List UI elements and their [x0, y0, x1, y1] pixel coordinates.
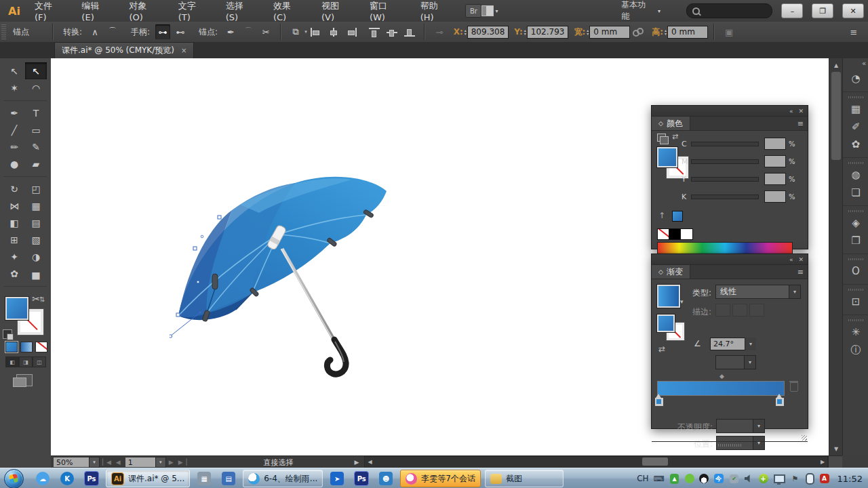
artboards-icon[interactable]: ❐ — [843, 232, 868, 249]
width-field[interactable]: 0 mm — [589, 26, 630, 39]
black-value-field[interactable] — [764, 190, 786, 203]
black-slider[interactable] — [691, 195, 759, 199]
paint-none-button[interactable] — [35, 342, 47, 352]
tool-rotate[interactable]: ↻ — [3, 180, 25, 197]
default-fill-stroke-icon[interactable] — [3, 329, 12, 339]
gradient-stop-start[interactable] — [654, 397, 664, 407]
usb-icon[interactable]: ▲ — [669, 473, 680, 484]
draw-inside-button[interactable]: ◫ — [33, 357, 46, 367]
language-indicator[interactable]: CH — [637, 474, 648, 483]
input-device-icon[interactable] — [806, 473, 814, 485]
usb-safely-remove-icon[interactable]: ✔ — [729, 473, 740, 484]
transparency-icon[interactable]: ◍ — [843, 166, 868, 184]
prev-page-icon[interactable]: ◀ — [116, 459, 120, 466]
toutiao-icon[interactable]: 今 — [713, 473, 724, 484]
thunder-icon[interactable]: ➤ — [328, 470, 346, 487]
restore-button[interactable]: ❐ — [812, 3, 833, 18]
tool-paintbrush[interactable]: ✏ — [3, 138, 25, 155]
hide-handles-button[interactable]: ⊷ — [173, 24, 188, 39]
menu-window[interactable]: 窗口(W) — [361, 0, 412, 22]
close-panel-icon[interactable]: ✕ — [798, 256, 804, 263]
tool-blob-brush[interactable]: ● — [3, 155, 25, 172]
constrain-proportions-icon[interactable] — [633, 28, 644, 36]
tool-scale[interactable]: ◰ — [25, 180, 47, 197]
layers-icon[interactable]: ◈ — [843, 214, 868, 232]
artboard-number-field[interactable]: 1 — [125, 458, 155, 467]
tool-mesh[interactable]: ⊞ — [3, 231, 25, 248]
y-stepper[interactable]: ▴▾ — [524, 28, 526, 35]
convert-to-corner-button[interactable]: ∧ — [87, 24, 102, 39]
change-screen-mode-button[interactable] — [16, 374, 33, 386]
collapse-panel-icon[interactable]: « — [789, 108, 793, 115]
horizontal-scroll-thumb[interactable] — [642, 458, 668, 466]
tool-eyedropper[interactable]: ✦ — [3, 248, 25, 265]
draw-normal-button[interactable]: ◧ — [5, 357, 19, 367]
task-screenshot[interactable]: 截图 — [485, 470, 564, 487]
brushes-icon[interactable]: ✐ — [843, 118, 868, 136]
tool-pen[interactable]: ✒ — [3, 104, 25, 121]
remove-anchor-button[interactable]: ⌒ — [241, 24, 256, 39]
gradient-type-select[interactable]: 线性 ▾ — [715, 285, 801, 299]
gradient-slider[interactable] — [657, 381, 785, 396]
expand-panels-icon[interactable]: « — [862, 60, 866, 67]
menu-object[interactable]: 对象(O) — [121, 0, 170, 22]
appearance-icon[interactable]: O — [843, 262, 868, 280]
swatches-icon[interactable]: ▦ — [843, 100, 868, 118]
convert-to-smooth-button[interactable]: ⌒ — [105, 24, 120, 39]
close-button[interactable]: ✕ — [842, 3, 864, 18]
gradient-stop-end[interactable] — [775, 397, 785, 407]
start-button[interactable] — [4, 469, 24, 488]
magenta-value-field[interactable] — [764, 155, 786, 167]
set-color-icon[interactable]: ↑ — [658, 211, 665, 220]
tool-symbol-sprayer[interactable]: ✿ — [3, 265, 25, 282]
swap-fill-stroke-icon[interactable]: ⇄ — [672, 132, 678, 141]
umbrella-artwork[interactable] — [170, 172, 400, 382]
transform-icon[interactable]: ▣ — [722, 24, 736, 39]
zoom-dropdown-icon[interactable]: ▾ — [89, 457, 100, 468]
scroll-up-icon[interactable]: ▲ — [829, 60, 843, 70]
height-field[interactable]: 0 mm — [667, 26, 708, 39]
width-stepper[interactable]: ▴▾ — [587, 28, 589, 35]
stroke-gradient-along-button[interactable] — [732, 304, 747, 317]
gradient-midpoint-icon[interactable]: ◆ — [719, 373, 724, 380]
adobe-icon[interactable]: A — [819, 473, 830, 484]
paint-color-button[interactable] — [5, 342, 18, 352]
member-center-icon[interactable]: ☻ — [377, 470, 395, 487]
show-handles-button[interactable]: ⊶ — [155, 24, 170, 39]
tool-perspective-grid[interactable]: ▤ — [25, 214, 47, 231]
opacity-select[interactable]: ▾ — [716, 419, 765, 433]
fill-proxy[interactable] — [657, 314, 675, 332]
info-icon[interactable]: ⓘ — [843, 341, 868, 359]
tool-direct-selection[interactable]: ↖ — [25, 62, 47, 79]
qq-icon[interactable] — [699, 474, 709, 483]
search-input[interactable] — [686, 3, 772, 18]
keyboard-icon[interactable]: ⌨ — [654, 473, 665, 484]
symbols-icon[interactable]: ✿ — [843, 136, 868, 153]
stroke-gradient-across-button[interactable] — [749, 304, 764, 317]
arrange-documents-button[interactable]: ▾ — [481, 5, 499, 17]
align-middle-button[interactable] — [384, 24, 399, 39]
horizontal-scrollbar[interactable]: ◀ ▶ — [364, 456, 828, 468]
resize-grip[interactable] — [802, 435, 807, 441]
isolate-artboard-button[interactable]: ⧉ — [288, 24, 303, 39]
yellow-slider[interactable] — [691, 177, 759, 182]
task-camtasia[interactable]: 6-4、绘制雨... — [243, 470, 323, 487]
swap-fill-stroke-icon[interactable]: ⇄ — [38, 296, 45, 302]
volume-icon[interactable] — [745, 474, 753, 483]
last-color-swatch[interactable] — [672, 211, 683, 222]
scroll-right-icon[interactable]: ▶ — [818, 457, 827, 466]
bridge-button[interactable]: Br — [465, 4, 481, 18]
zoom-level-field[interactable]: 50% — [54, 458, 89, 467]
paint-gradient-button[interactable] — [20, 342, 33, 352]
color-guide-icon[interactable]: ◔ — [843, 70, 868, 87]
stroke-gradient-within-button[interactable] — [715, 304, 730, 317]
navigator-icon[interactable]: ✳ — [843, 323, 868, 341]
cyan-slider[interactable] — [691, 142, 759, 146]
drag-grip[interactable] — [1, 24, 6, 39]
align-bottom-button[interactable] — [402, 24, 417, 39]
add-anchor-button[interactable]: ✒ — [223, 24, 238, 39]
pathfinder-icon[interactable]: ❏ — [843, 184, 868, 201]
vertical-scroll-thumb[interactable] — [831, 72, 841, 160]
x-stepper[interactable]: ▴▾ — [465, 28, 467, 35]
color-panel-tab[interactable]: ◇ 颜色 — [652, 117, 690, 130]
